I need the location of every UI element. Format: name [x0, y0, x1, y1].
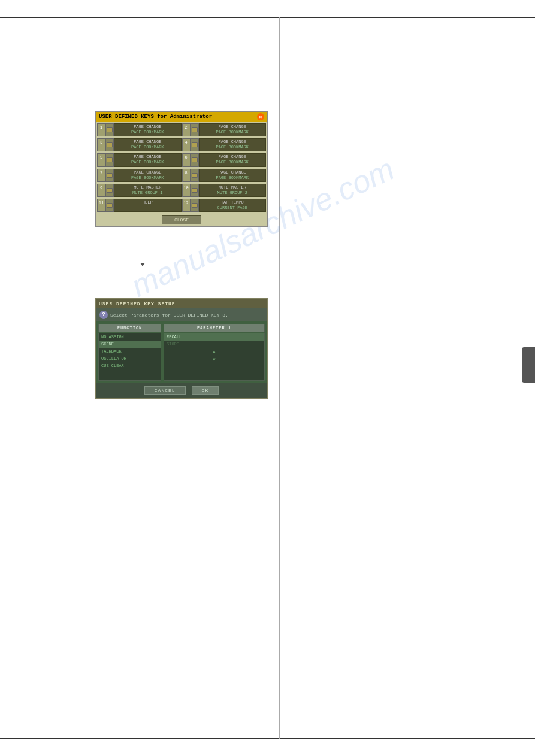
dialog1-title: USER DEFINED KEYS for Administrator [99, 114, 212, 120]
key-num-10: 10 [182, 184, 191, 197]
function-item-no-assign[interactable]: NO ASSIGN [99, 333, 161, 341]
key-icon-4 [191, 138, 199, 151]
key-num-2: 2 [182, 123, 191, 136]
key-icon-10 [191, 184, 199, 197]
function-item-talkback[interactable]: TALKBACK [99, 348, 161, 355]
question-icon: ? [99, 311, 108, 319]
top-rule [0, 17, 535, 18]
dialog2-question-row: ? Select Parameters for USER DEFINED KEY… [96, 308, 267, 321]
key-row-6[interactable]: 6 PAGE CHANGE PAGE BOOKMARK [182, 153, 267, 166]
dialog2-titlebar: USER DEFINED KEY SETUP [96, 299, 267, 308]
function-column: FUNCTION NO ASSIGN SCENE TALKBACK OSCILL… [98, 324, 161, 381]
param1-header: PARAMETER 1 [164, 324, 265, 332]
key-icon-2 [191, 123, 199, 136]
key-num-7: 7 [97, 169, 105, 182]
param1-item-up[interactable]: ▲ [164, 348, 264, 356]
key-row-10[interactable]: 10 MUTE MASTER MUTE GROUP 2 [182, 184, 267, 197]
key-row-5[interactable]: 5 PAGE CHANGE PAGE BOOKMARK [97, 153, 182, 166]
key-row-4[interactable]: 4 PAGE CHANGE PAGE BOOKMARK [182, 138, 267, 151]
key-content-10: MUTE MASTER MUTE GROUP 2 [199, 184, 267, 197]
key-row-12[interactable]: 12 TAP TEMPO CURRENT PAGE [182, 199, 267, 212]
key-row-2[interactable]: 2 PAGE CHANGE PAGE BOOKMARK [182, 123, 267, 136]
key-row-1[interactable]: 1 PAGE CHANGE PAGE BOOKMARK [97, 123, 182, 136]
key-row-11[interactable]: 11 HELP [97, 199, 182, 212]
function-list: NO ASSIGN SCENE TALKBACK OSCILLATOR CUE … [98, 333, 161, 381]
key-content-12: TAP TEMPO CURRENT PAGE [199, 199, 267, 212]
ok-button[interactable]: OK [192, 386, 219, 395]
key-icon-5 [105, 153, 114, 166]
param1-column: PARAMETER 1 RECALL STORE ▲ ▼ [164, 324, 265, 381]
key-content-2: PAGE CHANGE PAGE BOOKMARK [199, 123, 267, 136]
key-content-9: MUTE MASTER MUTE GROUP 1 [114, 184, 182, 197]
key-content-3: PAGE CHANGE PAGE BOOKMARK [114, 138, 182, 151]
key-row-3[interactable]: 3 PAGE CHANGE PAGE BOOKMARK [97, 138, 182, 151]
key-row-7[interactable]: 7 PAGE CHANGE PAGE BOOKMARK [97, 169, 182, 182]
key-icon-6 [191, 153, 199, 166]
dialog2-columns: FUNCTION NO ASSIGN SCENE TALKBACK OSCILL… [96, 321, 267, 383]
dialog-user-defined-keys: USER DEFINED KEYS for Administrator × 1 … [95, 111, 268, 227]
key-content-1: PAGE CHANGE PAGE BOOKMARK [114, 123, 182, 136]
key-icon-8 [191, 169, 199, 182]
param1-item-store[interactable]: STORE [164, 341, 264, 348]
cancel-button[interactable]: CANCEL [144, 386, 186, 395]
dialog1-body: 1 PAGE CHANGE PAGE BOOKMARK 2 PAGE CHANG… [96, 122, 267, 214]
key-content-11: HELP [114, 199, 182, 212]
param1-item-down[interactable]: ▼ [164, 356, 264, 363]
key-num-12: 12 [182, 199, 191, 212]
key-content-8: PAGE CHANGE PAGE BOOKMARK [199, 169, 267, 182]
vertical-divider [279, 17, 280, 739]
key-num-8: 8 [182, 169, 191, 182]
dialog1-footer: CLOSE [96, 214, 267, 226]
key-icon-7 [105, 169, 114, 182]
dialog-user-defined-key-setup: USER DEFINED KEY SETUP ? Select Paramete… [95, 298, 268, 399]
dialog2-footer: CANCEL OK [96, 383, 267, 398]
key-icon-11 [105, 199, 114, 212]
right-tab [522, 347, 535, 383]
function-item-cue-clear[interactable]: CUE CLEAR [99, 362, 161, 369]
key-num-5: 5 [97, 153, 105, 166]
dialog1-close-button[interactable]: CLOSE [162, 215, 201, 224]
key-num-3: 3 [97, 138, 105, 151]
key-icon-12 [191, 199, 199, 212]
key-content-6: PAGE CHANGE PAGE BOOKMARK [199, 153, 267, 166]
key-num-6: 6 [182, 153, 191, 166]
dialog1-arrow [143, 242, 143, 263]
key-num-4: 4 [182, 138, 191, 151]
param1-item-recall[interactable]: RECALL [164, 333, 264, 341]
param1-list: RECALL STORE ▲ ▼ [164, 333, 265, 381]
key-icon-3 [105, 138, 114, 151]
key-num-9: 9 [97, 184, 105, 197]
key-icon-9 [105, 184, 114, 197]
bottom-rule [0, 738, 535, 739]
key-num-1: 1 [97, 123, 105, 136]
key-num-11: 11 [97, 199, 105, 212]
dialog1-titlebar: USER DEFINED KEYS for Administrator × [96, 112, 267, 122]
key-row-8[interactable]: 8 PAGE CHANGE PAGE BOOKMARK [182, 169, 267, 182]
dialog2-title: USER DEFINED KEY SETUP [99, 301, 176, 306]
function-header: FUNCTION [98, 324, 161, 332]
key-icon-1 [105, 123, 114, 136]
dialog1-close-icon[interactable]: × [257, 113, 264, 120]
key-row-9[interactable]: 9 MUTE MASTER MUTE GROUP 1 [97, 184, 182, 197]
key-content-4: PAGE CHANGE PAGE BOOKMARK [199, 138, 267, 151]
function-item-oscillator[interactable]: OSCILLATOR [99, 355, 161, 362]
key-content-5: PAGE CHANGE PAGE BOOKMARK [114, 153, 182, 166]
function-item-scene[interactable]: SCENE [99, 341, 161, 348]
dialog2-question-text: Select Parameters for USER DEFINED KEY 3… [110, 312, 228, 318]
key-content-7: PAGE CHANGE PAGE BOOKMARK [114, 169, 182, 182]
